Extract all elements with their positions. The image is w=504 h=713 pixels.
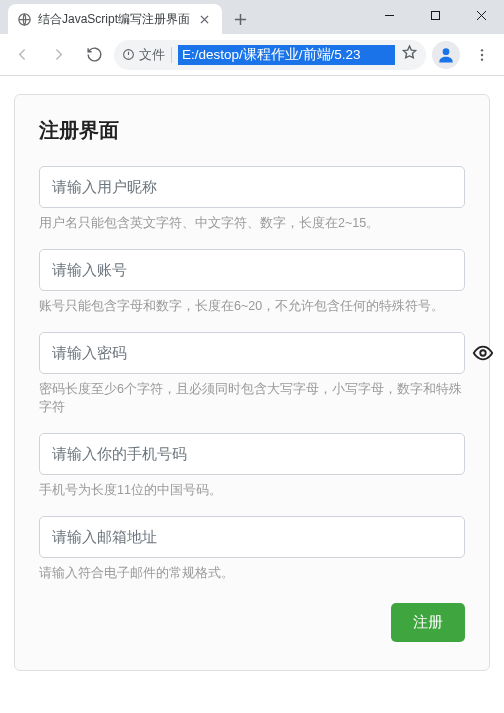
- close-window-button[interactable]: [458, 0, 504, 30]
- close-icon[interactable]: [196, 11, 212, 27]
- browser-tab[interactable]: 结合JavaScript编写注册界面: [8, 4, 222, 34]
- kebab-menu-icon[interactable]: [466, 39, 498, 71]
- address-bar[interactable]: 文件 E:/destop/课程作业/前端/5.23: [114, 40, 426, 70]
- email-input[interactable]: [39, 516, 465, 558]
- globe-icon: [16, 11, 32, 27]
- nickname-input[interactable]: [39, 166, 465, 208]
- account-input[interactable]: [39, 249, 465, 291]
- eye-icon[interactable]: [471, 341, 495, 365]
- address-separator: [171, 47, 172, 63]
- account-field: 账号只能包含字母和数字，长度在6~20，不允许包含任何的特殊符号。: [39, 249, 465, 316]
- viewport: 注册界面 用户名只能包含英文字符、中文字符、数字，长度在2~15。 账号只能包含…: [0, 76, 504, 713]
- svg-point-4: [481, 49, 483, 51]
- email-field: 请输入符合电子邮件的常规格式。: [39, 516, 465, 583]
- file-scheme-label: 文件: [122, 46, 165, 64]
- email-hint: 请输入符合电子邮件的常规格式。: [39, 564, 465, 583]
- maximize-button[interactable]: [412, 0, 458, 30]
- minimize-button[interactable]: [366, 0, 412, 30]
- forward-button[interactable]: [42, 39, 74, 71]
- svg-point-7: [480, 350, 486, 356]
- address-scheme-text: 文件: [139, 46, 165, 64]
- password-input[interactable]: [39, 332, 465, 374]
- window-controls: [366, 0, 504, 34]
- browser-titlebar: 结合JavaScript编写注册界面: [0, 0, 504, 34]
- profile-avatar[interactable]: [432, 41, 460, 69]
- page-title: 注册界面: [39, 117, 465, 144]
- tab-title: 结合JavaScript编写注册界面: [38, 11, 190, 28]
- reload-button[interactable]: [78, 39, 110, 71]
- svg-rect-1: [431, 11, 439, 19]
- phone-hint: 手机号为长度11位的中国号码。: [39, 481, 465, 500]
- svg-point-3: [443, 48, 450, 55]
- nickname-field: 用户名只能包含英文字符、中文字符、数字，长度在2~15。: [39, 166, 465, 233]
- phone-field: 手机号为长度11位的中国号码。: [39, 433, 465, 500]
- register-button[interactable]: 注册: [391, 603, 465, 642]
- bookmark-star-icon[interactable]: [401, 44, 418, 65]
- address-url: E:/destop/课程作业/前端/5.23: [178, 45, 395, 65]
- svg-point-5: [481, 53, 483, 55]
- register-card: 注册界面 用户名只能包含英文字符、中文字符、数字，长度在2~15。 账号只能包含…: [14, 94, 490, 671]
- submit-row: 注册: [39, 603, 465, 642]
- phone-input[interactable]: [39, 433, 465, 475]
- browser-toolbar: 文件 E:/destop/课程作业/前端/5.23: [0, 34, 504, 76]
- svg-point-6: [481, 58, 483, 60]
- password-field: 密码长度至少6个字符，且必须同时包含大写字母，小写字母，数字和特殊字符: [39, 332, 465, 418]
- new-tab-button[interactable]: [226, 5, 254, 33]
- password-hint: 密码长度至少6个字符，且必须同时包含大写字母，小写字母，数字和特殊字符: [39, 380, 465, 418]
- account-hint: 账号只能包含字母和数字，长度在6~20，不允许包含任何的特殊符号。: [39, 297, 465, 316]
- back-button[interactable]: [6, 39, 38, 71]
- nickname-hint: 用户名只能包含英文字符、中文字符、数字，长度在2~15。: [39, 214, 465, 233]
